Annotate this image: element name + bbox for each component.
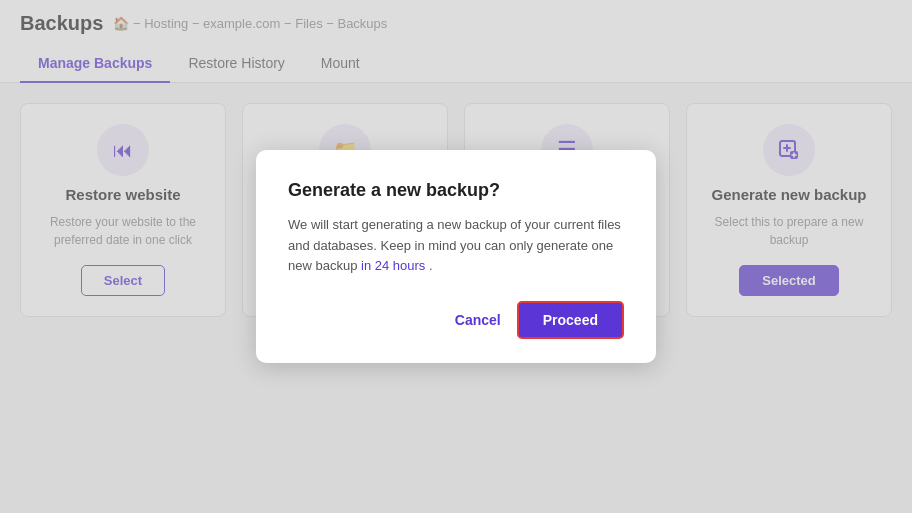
proceed-button[interactable]: Proceed xyxy=(517,301,624,339)
modal-body-text2: . xyxy=(429,258,433,273)
modal-title: Generate a new backup? xyxy=(288,180,624,201)
modal-actions: Cancel Proceed xyxy=(288,301,624,339)
modal-overlay: Generate a new backup? We will start gen… xyxy=(0,0,912,513)
modal-body-highlight: in 24 hours xyxy=(361,258,425,273)
modal-body-text1: We will start generating a new backup of… xyxy=(288,217,621,274)
generate-backup-modal: Generate a new backup? We will start gen… xyxy=(256,150,656,363)
modal-body: We will start generating a new backup of… xyxy=(288,215,624,277)
cancel-button[interactable]: Cancel xyxy=(455,312,501,328)
